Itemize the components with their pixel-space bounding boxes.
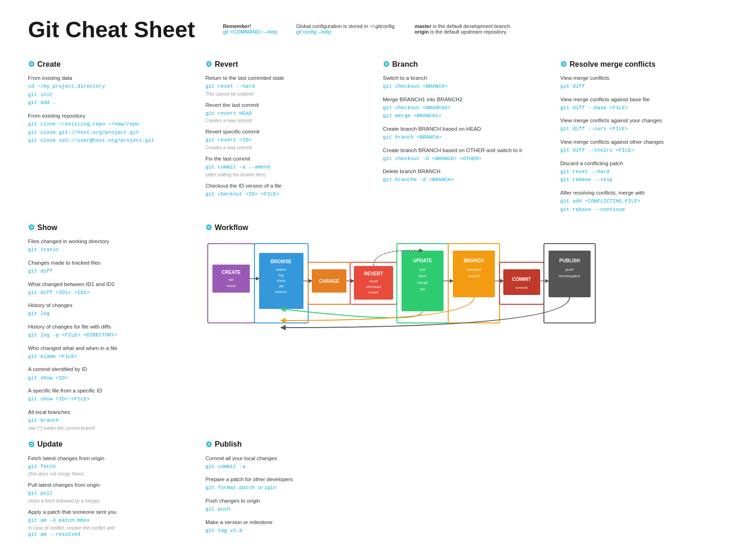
resolve-theirs: View merge conflicts against other chang… [560, 138, 719, 155]
update-section: ⚙ Update Fetch latest changes from origi… [28, 440, 187, 544]
branch-icon: ⚙ [383, 60, 389, 69]
header-note-remember: Remember! git <COMMAND> --help [223, 23, 277, 35]
svg-text:merge: merge [417, 280, 428, 285]
resolve-section: ⚙ Resolve merge conflicts View merge con… [560, 60, 719, 218]
show-section: ⚙ Show Files changed in working director… [28, 223, 187, 435]
svg-text:checkout: checkout [466, 267, 482, 272]
header-note-master: master is the default development branch… [415, 23, 511, 35]
resolve-discard: Discard a conflicting patch git reset --… [560, 160, 719, 184]
svg-text:diff: diff [279, 284, 284, 288]
svg-text:pull: pull [420, 267, 426, 272]
revert-fix-last-commit: Fix the last commit git commit -a --amen… [205, 155, 364, 177]
svg-text:COMMIT: COMMIT [512, 277, 531, 282]
branch-title: ⚙ Branch [383, 60, 542, 69]
workflow-svg: CREATE init clone BROWSE status log show… [205, 239, 626, 332]
resolve-after: After resolving conflicts, merge with gi… [560, 189, 719, 214]
publish-section: ⚙ Publish Commit all your local changes … [205, 440, 364, 544]
resolve-ours: View merge conflicts against your change… [560, 117, 719, 133]
svg-text:reset: reset [369, 279, 378, 283]
revert-checkout-id: Checkout the ID version of a file git ch… [205, 182, 364, 199]
revert-icon: ⚙ [205, 60, 212, 69]
create-from-existing-repo: From existing repository git clone ~/exi… [28, 112, 187, 145]
resolve-base: View merge conflicts against base file g… [560, 96, 719, 112]
revert-title: ⚙ Revert [205, 60, 364, 69]
workflow-diagram: CREATE init clone BROWSE status log show… [205, 239, 719, 334]
header-note-global: Global configuration is stored in ~/.git… [296, 23, 396, 35]
svg-text:CREATE: CREATE [222, 270, 241, 275]
svg-text:fetch: fetch [418, 274, 426, 278]
create-icon: ⚙ [28, 60, 35, 69]
workflow-title: ⚙ Workflow [205, 223, 719, 232]
header-notes: Remember! git <COMMAND> --help Global co… [223, 23, 511, 35]
svg-text:UPDATE: UPDATE [413, 258, 432, 263]
revert-last-committed: Return to the last commited state git re… [205, 74, 364, 97]
branch-delete: Delete branch BRANCH git branche -d <BRA… [383, 168, 542, 184]
svg-text:clone: clone [226, 284, 236, 288]
branch-create-head: Create branch BRANCH based on HEAD git b… [383, 125, 542, 142]
branch-create-other: Create branch BRANCH based on OTHER and … [383, 147, 542, 163]
revert-section: ⚙ Revert Return to the last commited sta… [205, 60, 364, 218]
svg-text:branch: branch [275, 290, 287, 294]
update-icon: ⚙ [28, 440, 35, 449]
resolve-view: View merge conflicts git diff [560, 74, 719, 91]
svg-text:commit: commit [515, 286, 528, 290]
branch-switch: Switch to a branch git checkout <BRANCH> [383, 74, 542, 91]
branch-section: ⚙ Branch Switch to a branch git checkout… [383, 60, 542, 218]
show-icon: ⚙ [28, 223, 35, 232]
resolve-title: ⚙ Resolve merge conflicts [560, 60, 719, 69]
svg-text:branch: branch [468, 274, 479, 278]
svg-text:format-patch: format-patch [559, 274, 580, 278]
page-title: Git Cheat Sheet [28, 19, 195, 41]
publish-title: ⚙ Publish [205, 440, 364, 449]
svg-text:status: status [276, 267, 286, 272]
publish-icon: ⚙ [205, 440, 212, 449]
workflow-section: ⚙ Workflow [205, 223, 719, 435]
remember-cmd: git <COMMAND> --help [223, 29, 277, 35]
svg-text:CHANGE: CHANGE [319, 279, 339, 284]
create-from-existing-data: From existing data cd ~/my_project_direc… [28, 74, 187, 107]
svg-text:show: show [277, 279, 286, 283]
branch-merge: Merge BRANCH1 into BRANCH2 git checkout … [383, 96, 542, 120]
svg-text:checkout: checkout [366, 285, 381, 289]
header: Git Cheat Sheet Remember! git <COMMAND> … [28, 19, 719, 41]
global-cmd: git config --help [296, 29, 331, 35]
svg-text:BROWSE: BROWSE [271, 259, 292, 264]
svg-text:BRANCH: BRANCH [464, 258, 484, 263]
update-title: ⚙ Update [28, 440, 187, 449]
resolve-icon: ⚙ [560, 60, 567, 69]
svg-text:REVERT: REVERT [364, 271, 383, 276]
workflow-icon: ⚙ [205, 223, 212, 232]
revert-last-commit: Revert the last commit git revert HEAD C… [205, 101, 364, 124]
svg-text:log: log [279, 273, 284, 277]
create-title: ⚙ Create [28, 60, 187, 69]
svg-text:init: init [229, 278, 234, 282]
svg-text:am: am [420, 287, 425, 291]
svg-text:revert: revert [369, 290, 379, 294]
svg-rect-40 [503, 269, 540, 295]
show-title: ⚙ Show [28, 223, 187, 232]
revert-specific-commit: Revert specific commit git revert <ID> C… [205, 128, 364, 150]
create-section: ⚙ Create From existing data cd ~/my_proj… [28, 60, 187, 218]
svg-text:push: push [565, 267, 573, 272]
svg-text:PUBLISH: PUBLISH [559, 258, 580, 263]
